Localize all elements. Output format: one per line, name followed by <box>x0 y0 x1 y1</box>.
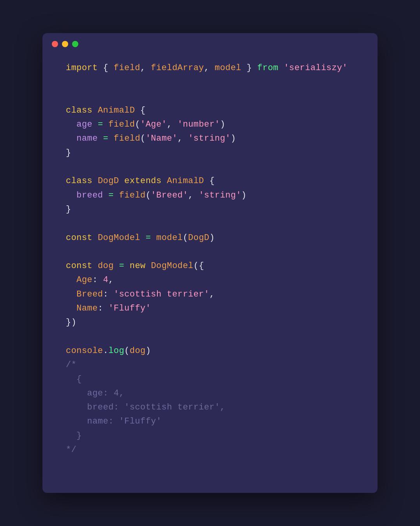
code-line-24: age: 4, <box>66 387 359 401</box>
code-window: import { field, fieldArray, model } from… <box>42 33 378 493</box>
code-line-16: Age: 4, <box>66 273 359 287</box>
code-line-25: breed: 'scottish terrier', <box>66 401 359 415</box>
code-line-9: class DogD extends AnimalD { <box>66 174 359 188</box>
code-line-28: */ <box>66 443 359 457</box>
code-line-27: } <box>66 429 359 443</box>
code-line-1: import { field, fieldArray, model } from… <box>66 61 359 75</box>
code-line-4: class AnimalD { <box>66 104 359 118</box>
code-line-19: }) <box>66 316 359 330</box>
code-line-11: } <box>66 203 359 217</box>
code-line-26: name: 'Fluffy' <box>66 415 359 429</box>
minimize-dot[interactable] <box>62 41 68 47</box>
code-line-17: Breed: 'scottish terrier', <box>66 288 359 302</box>
title-bar <box>42 33 378 53</box>
code-line-7: } <box>66 146 359 160</box>
code-line-6: name = field('Name', 'string') <box>66 132 359 146</box>
code-line-10: breed = field('Breed', 'string') <box>66 189 359 203</box>
code-line-5: age = field('Age', 'number') <box>66 118 359 132</box>
code-line-23: { <box>66 372 359 387</box>
code-line-22: /* <box>66 358 359 372</box>
code-line-21: console.log(dog) <box>66 344 359 358</box>
code-line-15: const dog = new DogModel({ <box>66 259 359 273</box>
close-dot[interactable] <box>52 41 58 47</box>
code-editor: import { field, fieldArray, model } from… <box>42 53 378 480</box>
maximize-dot[interactable] <box>72 41 78 47</box>
code-line-18: Name: 'Fluffy' <box>66 302 359 316</box>
code-line-13: const DogModel = model(DogD) <box>66 231 359 245</box>
